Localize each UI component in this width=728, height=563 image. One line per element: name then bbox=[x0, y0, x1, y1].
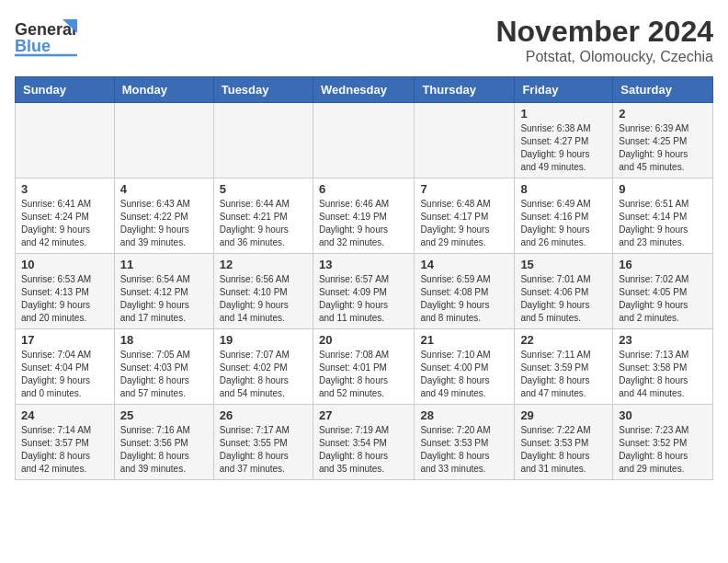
title-block: November 2024 Potstat, Olomoucky, Czechi… bbox=[495, 15, 713, 65]
day-number: 1 bbox=[520, 107, 607, 121]
day-info: Sunrise: 7:19 AM Sunset: 3:54 PM Dayligh… bbox=[319, 424, 408, 476]
col-saturday: Saturday bbox=[613, 77, 713, 103]
col-tuesday: Tuesday bbox=[213, 77, 313, 103]
table-row: 24Sunrise: 7:14 AM Sunset: 3:57 PM Dayli… bbox=[16, 405, 115, 480]
table-row: 16Sunrise: 7:02 AM Sunset: 4:05 PM Dayli… bbox=[613, 254, 713, 329]
day-number: 6 bbox=[319, 182, 408, 196]
day-info: Sunrise: 6:57 AM Sunset: 4:09 PM Dayligh… bbox=[319, 273, 408, 325]
col-friday: Friday bbox=[515, 77, 613, 103]
table-row: 15Sunrise: 7:01 AM Sunset: 4:06 PM Dayli… bbox=[515, 254, 613, 329]
day-number: 17 bbox=[21, 333, 108, 347]
day-number: 2 bbox=[619, 107, 707, 121]
day-info: Sunrise: 6:41 AM Sunset: 4:24 PM Dayligh… bbox=[21, 198, 108, 249]
day-number: 20 bbox=[319, 333, 408, 347]
table-row: 25Sunrise: 7:16 AM Sunset: 3:56 PM Dayli… bbox=[114, 405, 213, 480]
col-sunday: Sunday bbox=[16, 77, 115, 103]
calendar-week-row: 3Sunrise: 6:41 AM Sunset: 4:24 PM Daylig… bbox=[16, 178, 713, 254]
logo-icon: General Blue bbox=[15, 15, 79, 61]
day-number: 10 bbox=[21, 258, 108, 271]
table-row: 2Sunrise: 6:39 AM Sunset: 4:25 PM Daylig… bbox=[613, 103, 713, 178]
day-number: 12 bbox=[220, 258, 307, 271]
table-row: 7Sunrise: 6:48 AM Sunset: 4:17 PM Daylig… bbox=[415, 178, 515, 254]
day-number: 15 bbox=[520, 258, 607, 271]
table-row: 19Sunrise: 7:07 AM Sunset: 4:02 PM Dayli… bbox=[213, 329, 313, 405]
table-row: 3Sunrise: 6:41 AM Sunset: 4:24 PM Daylig… bbox=[16, 178, 115, 254]
table-row: 26Sunrise: 7:17 AM Sunset: 3:55 PM Dayli… bbox=[213, 405, 313, 480]
day-number: 3 bbox=[21, 182, 108, 196]
calendar-table: Sunday Monday Tuesday Wednesday Thursday… bbox=[15, 76, 713, 480]
day-number: 26 bbox=[220, 408, 307, 422]
day-info: Sunrise: 7:02 AM Sunset: 4:05 PM Dayligh… bbox=[619, 273, 707, 325]
day-info: Sunrise: 7:05 AM Sunset: 4:03 PM Dayligh… bbox=[120, 349, 208, 400]
day-info: Sunrise: 6:44 AM Sunset: 4:21 PM Dayligh… bbox=[220, 198, 307, 249]
day-info: Sunrise: 6:38 AM Sunset: 4:27 PM Dayligh… bbox=[520, 122, 607, 174]
day-info: Sunrise: 6:39 AM Sunset: 4:25 PM Dayligh… bbox=[619, 122, 707, 174]
table-row: 23Sunrise: 7:13 AM Sunset: 3:58 PM Dayli… bbox=[613, 329, 713, 405]
day-number: 21 bbox=[420, 333, 508, 347]
day-number: 11 bbox=[120, 258, 208, 271]
table-row: 30Sunrise: 7:23 AM Sunset: 3:52 PM Dayli… bbox=[613, 405, 713, 480]
day-number: 30 bbox=[619, 408, 707, 422]
day-info: Sunrise: 6:43 AM Sunset: 4:22 PM Dayligh… bbox=[120, 198, 208, 249]
table-row: 8Sunrise: 6:49 AM Sunset: 4:16 PM Daylig… bbox=[515, 178, 613, 254]
table-row: 5Sunrise: 6:44 AM Sunset: 4:21 PM Daylig… bbox=[213, 178, 313, 254]
day-info: Sunrise: 6:56 AM Sunset: 4:10 PM Dayligh… bbox=[220, 273, 307, 325]
day-info: Sunrise: 7:23 AM Sunset: 3:52 PM Dayligh… bbox=[619, 424, 707, 476]
calendar-week-row: 24Sunrise: 7:14 AM Sunset: 3:57 PM Dayli… bbox=[16, 405, 713, 480]
day-info: Sunrise: 7:14 AM Sunset: 3:57 PM Dayligh… bbox=[21, 424, 108, 476]
calendar-header-row: Sunday Monday Tuesday Wednesday Thursday… bbox=[16, 77, 713, 103]
day-info: Sunrise: 7:01 AM Sunset: 4:06 PM Dayligh… bbox=[520, 273, 607, 325]
table-row: 29Sunrise: 7:22 AM Sunset: 3:53 PM Dayli… bbox=[515, 405, 613, 480]
day-info: Sunrise: 7:13 AM Sunset: 3:58 PM Dayligh… bbox=[619, 349, 707, 400]
day-info: Sunrise: 7:08 AM Sunset: 4:01 PM Dayligh… bbox=[319, 349, 408, 400]
day-number: 8 bbox=[520, 182, 607, 196]
day-number: 4 bbox=[120, 182, 208, 196]
day-info: Sunrise: 6:51 AM Sunset: 4:14 PM Dayligh… bbox=[619, 198, 707, 249]
table-row: 20Sunrise: 7:08 AM Sunset: 4:01 PM Dayli… bbox=[313, 329, 414, 405]
day-number: 24 bbox=[21, 408, 108, 422]
day-info: Sunrise: 6:46 AM Sunset: 4:19 PM Dayligh… bbox=[319, 198, 408, 249]
table-row: 18Sunrise: 7:05 AM Sunset: 4:03 PM Dayli… bbox=[114, 329, 213, 405]
day-info: Sunrise: 7:04 AM Sunset: 4:04 PM Dayligh… bbox=[21, 349, 108, 400]
day-number: 19 bbox=[220, 333, 307, 347]
col-monday: Monday bbox=[114, 77, 213, 103]
table-row: 12Sunrise: 6:56 AM Sunset: 4:10 PM Dayli… bbox=[213, 254, 313, 329]
day-number: 18 bbox=[120, 333, 208, 347]
day-number: 22 bbox=[520, 333, 607, 347]
day-number: 7 bbox=[420, 182, 508, 196]
day-number: 16 bbox=[619, 258, 707, 271]
table-row: 1Sunrise: 6:38 AM Sunset: 4:27 PM Daylig… bbox=[515, 103, 613, 178]
day-number: 5 bbox=[220, 182, 307, 196]
day-info: Sunrise: 6:53 AM Sunset: 4:13 PM Dayligh… bbox=[21, 273, 108, 325]
day-info: Sunrise: 7:10 AM Sunset: 4:00 PM Dayligh… bbox=[420, 349, 508, 400]
day-info: Sunrise: 7:07 AM Sunset: 4:02 PM Dayligh… bbox=[220, 349, 307, 400]
table-row: 14Sunrise: 6:59 AM Sunset: 4:08 PM Dayli… bbox=[415, 254, 515, 329]
calendar-week-row: 1Sunrise: 6:38 AM Sunset: 4:27 PM Daylig… bbox=[16, 103, 713, 178]
day-info: Sunrise: 7:20 AM Sunset: 3:53 PM Dayligh… bbox=[420, 424, 508, 476]
table-row: 27Sunrise: 7:19 AM Sunset: 3:54 PM Dayli… bbox=[313, 405, 414, 480]
calendar-subtitle: Potstat, Olomoucky, Czechia bbox=[495, 49, 713, 65]
svg-text:Blue: Blue bbox=[15, 37, 51, 55]
day-info: Sunrise: 6:49 AM Sunset: 4:16 PM Dayligh… bbox=[520, 198, 607, 249]
logo: General Blue bbox=[15, 15, 79, 61]
calendar-title: November 2024 bbox=[495, 15, 713, 49]
table-row: 10Sunrise: 6:53 AM Sunset: 4:13 PM Dayli… bbox=[16, 254, 115, 329]
day-number: 27 bbox=[319, 408, 408, 422]
day-number: 28 bbox=[420, 408, 508, 422]
col-thursday: Thursday bbox=[415, 77, 515, 103]
day-info: Sunrise: 6:48 AM Sunset: 4:17 PM Dayligh… bbox=[420, 198, 508, 249]
table-row: 6Sunrise: 6:46 AM Sunset: 4:19 PM Daylig… bbox=[313, 178, 414, 254]
col-wednesday: Wednesday bbox=[313, 77, 414, 103]
day-number: 13 bbox=[319, 258, 408, 271]
day-info: Sunrise: 7:22 AM Sunset: 3:53 PM Dayligh… bbox=[520, 424, 607, 476]
day-info: Sunrise: 6:59 AM Sunset: 4:08 PM Dayligh… bbox=[420, 273, 508, 325]
day-number: 14 bbox=[420, 258, 508, 271]
calendar-week-row: 10Sunrise: 6:53 AM Sunset: 4:13 PM Dayli… bbox=[16, 254, 713, 329]
day-number: 25 bbox=[120, 408, 208, 422]
table-row bbox=[313, 103, 414, 178]
header: General Blue November 2024 Potstat, Olom… bbox=[15, 15, 713, 65]
page: General Blue November 2024 Potstat, Olom… bbox=[0, 0, 728, 488]
table-row: 11Sunrise: 6:54 AM Sunset: 4:12 PM Dayli… bbox=[114, 254, 213, 329]
table-row: 9Sunrise: 6:51 AM Sunset: 4:14 PM Daylig… bbox=[613, 178, 713, 254]
table-row bbox=[415, 103, 515, 178]
